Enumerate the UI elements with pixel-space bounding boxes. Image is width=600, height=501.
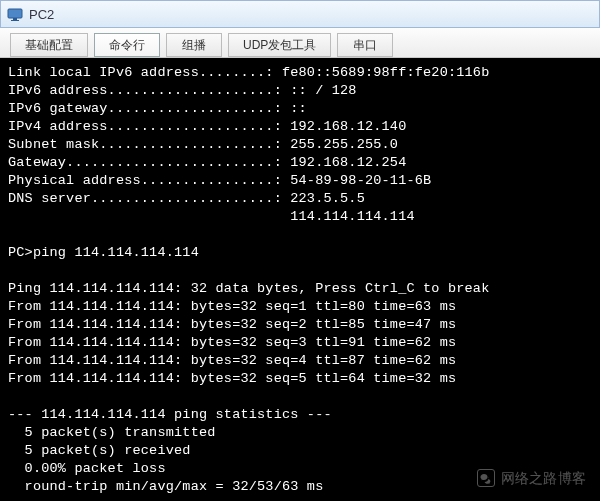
terminal-line: From 114.114.114.114: bytes=32 seq=2 ttl… [8, 316, 592, 334]
terminal-line: IPv6 gateway....................: :: [8, 100, 592, 118]
terminal-line: IPv4 address....................: 192.16… [8, 118, 592, 136]
terminal-line: From 114.114.114.114: bytes=32 seq=5 ttl… [8, 370, 592, 388]
tab-multicast[interactable]: 组播 [166, 33, 222, 57]
terminal-line: 5 packet(s) transmitted [8, 424, 592, 442]
tab-cli[interactable]: 命令行 [94, 33, 160, 57]
terminal-line: Physical address................: 54-89-… [8, 172, 592, 190]
terminal-line: DNS server......................: 223.5.… [8, 190, 592, 208]
terminal-line: From 114.114.114.114: bytes=32 seq=4 ttl… [8, 352, 592, 370]
window-titlebar: PC2 [0, 0, 600, 28]
terminal-line: Subnet mask.....................: 255.25… [8, 136, 592, 154]
window-title: PC2 [29, 7, 54, 22]
tabbar: 基础配置 命令行 组播 UDP发包工具 串口 [0, 28, 600, 58]
app-icon [7, 6, 23, 22]
terminal-line: PC>ping 114.114.114.114 [8, 244, 592, 262]
terminal-output[interactable]: Link local IPv6 address........: fe80::5… [0, 58, 600, 501]
tab-udp-tool[interactable]: UDP发包工具 [228, 33, 331, 57]
terminal-line: 114.114.114.114 [8, 208, 592, 226]
wechat-icon [477, 469, 495, 487]
svg-rect-0 [8, 9, 22, 18]
terminal-line [8, 262, 592, 280]
svg-rect-2 [11, 20, 19, 21]
tab-serial[interactable]: 串口 [337, 33, 393, 57]
terminal-line: IPv6 address....................: :: / 1… [8, 82, 592, 100]
svg-rect-1 [13, 18, 17, 20]
terminal-line [8, 226, 592, 244]
terminal-line: From 114.114.114.114: bytes=32 seq=3 ttl… [8, 334, 592, 352]
watermark: 网络之路博客 [477, 469, 586, 487]
terminal-line [8, 388, 592, 406]
terminal-line: Ping 114.114.114.114: 32 data bytes, Pre… [8, 280, 592, 298]
terminal-line: Gateway.........................: 192.16… [8, 154, 592, 172]
terminal-line: Link local IPv6 address........: fe80::5… [8, 64, 592, 82]
terminal-line: --- 114.114.114.114 ping statistics --- [8, 406, 592, 424]
watermark-text: 网络之路博客 [501, 469, 586, 487]
terminal-line [8, 496, 592, 501]
terminal-line: From 114.114.114.114: bytes=32 seq=1 ttl… [8, 298, 592, 316]
terminal-line: 5 packet(s) received [8, 442, 592, 460]
tab-basic-config[interactable]: 基础配置 [10, 33, 88, 57]
